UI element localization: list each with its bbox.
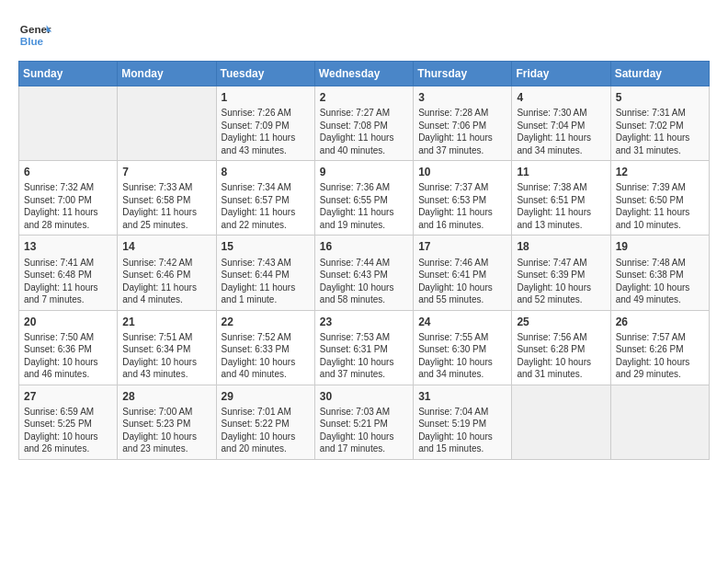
weekday-header: Wednesday [314, 62, 413, 86]
calendar-week-row: 1Sunrise: 7:26 AM Sunset: 7:09 PM Daylig… [19, 86, 710, 161]
calendar-cell: 12Sunrise: 7:39 AM Sunset: 6:50 PM Dayli… [610, 161, 709, 236]
calendar-cell: 6Sunrise: 7:32 AM Sunset: 7:00 PM Daylig… [19, 161, 118, 236]
calendar-cell: 10Sunrise: 7:37 AM Sunset: 6:53 PM Dayli… [414, 161, 512, 236]
day-number: 14 [122, 239, 210, 254]
day-number: 30 [320, 389, 408, 404]
cell-content: Sunrise: 7:01 AM Sunset: 5:22 PM Dayligh… [222, 406, 310, 455]
weekday-header: Thursday [414, 62, 512, 86]
calendar-cell: 15Sunrise: 7:43 AM Sunset: 6:44 PM Dayli… [216, 236, 314, 310]
calendar-cell [19, 86, 118, 161]
cell-content: Sunrise: 7:38 AM Sunset: 6:51 PM Dayligh… [517, 181, 605, 231]
cell-content: Sunrise: 7:31 AM Sunset: 7:02 PM Dayligh… [616, 107, 704, 156]
logo-icon: General Blue [18, 18, 51, 52]
calendar-cell: 9Sunrise: 7:36 AM Sunset: 6:55 PM Daylig… [314, 161, 413, 236]
day-number: 3 [418, 90, 506, 105]
weekday-header: Tuesday [216, 62, 314, 86]
calendar-week-row: 20Sunrise: 7:50 AM Sunset: 6:36 PM Dayli… [19, 310, 710, 385]
cell-content: Sunrise: 7:28 AM Sunset: 7:06 PM Dayligh… [418, 107, 506, 156]
calendar-cell: 5Sunrise: 7:31 AM Sunset: 7:02 PM Daylig… [610, 86, 709, 161]
day-number: 4 [517, 90, 605, 105]
calendar-cell: 11Sunrise: 7:38 AM Sunset: 6:51 PM Dayli… [512, 161, 610, 236]
page-header: General Blue [18, 18, 710, 52]
day-number: 31 [418, 389, 506, 404]
calendar-cell: 18Sunrise: 7:47 AM Sunset: 6:39 PM Dayli… [512, 236, 610, 310]
day-number: 19 [616, 239, 704, 254]
cell-content: Sunrise: 7:27 AM Sunset: 7:08 PM Dayligh… [320, 107, 408, 156]
day-number: 1 [222, 90, 310, 105]
calendar-week-row: 6Sunrise: 7:32 AM Sunset: 7:00 PM Daylig… [19, 161, 710, 236]
calendar-cell: 23Sunrise: 7:53 AM Sunset: 6:31 PM Dayli… [314, 310, 413, 385]
calendar-cell: 3Sunrise: 7:28 AM Sunset: 7:06 PM Daylig… [414, 86, 512, 161]
cell-content: Sunrise: 7:43 AM Sunset: 6:44 PM Dayligh… [222, 257, 310, 306]
day-number: 2 [320, 90, 408, 105]
calendar-cell: 29Sunrise: 7:01 AM Sunset: 5:22 PM Dayli… [216, 385, 314, 459]
calendar-table: SundayMondayTuesdayWednesdayThursdayFrid… [18, 61, 710, 460]
weekday-header: Sunday [19, 62, 118, 86]
calendar-cell: 1Sunrise: 7:26 AM Sunset: 7:09 PM Daylig… [216, 86, 314, 161]
cell-content: Sunrise: 7:37 AM Sunset: 6:53 PM Dayligh… [418, 181, 506, 231]
day-number: 29 [222, 389, 310, 404]
calendar-cell: 19Sunrise: 7:48 AM Sunset: 6:38 PM Dayli… [610, 236, 709, 310]
day-number: 23 [320, 315, 408, 329]
cell-content: Sunrise: 6:59 AM Sunset: 5:25 PM Dayligh… [24, 406, 112, 455]
day-number: 22 [222, 315, 310, 329]
calendar-cell [610, 385, 709, 459]
day-number: 12 [616, 165, 704, 179]
cell-content: Sunrise: 7:51 AM Sunset: 6:34 PM Dayligh… [122, 331, 210, 381]
day-number: 10 [418, 165, 506, 179]
day-number: 11 [517, 165, 605, 179]
day-number: 24 [418, 315, 506, 329]
cell-content: Sunrise: 7:03 AM Sunset: 5:21 PM Dayligh… [320, 406, 408, 455]
weekday-header: Friday [512, 62, 610, 86]
calendar-cell: 16Sunrise: 7:44 AM Sunset: 6:43 PM Dayli… [314, 236, 413, 310]
calendar-cell: 13Sunrise: 7:41 AM Sunset: 6:48 PM Dayli… [19, 236, 118, 310]
calendar-header: SundayMondayTuesdayWednesdayThursdayFrid… [19, 62, 710, 86]
weekday-header: Saturday [610, 62, 709, 86]
weekday-header: Monday [118, 62, 216, 86]
cell-content: Sunrise: 7:53 AM Sunset: 6:31 PM Dayligh… [320, 331, 408, 381]
day-number: 26 [616, 315, 704, 329]
day-number: 5 [616, 90, 704, 105]
calendar-cell: 31Sunrise: 7:04 AM Sunset: 5:19 PM Dayli… [414, 385, 512, 459]
day-number: 21 [122, 315, 210, 329]
calendar-week-row: 27Sunrise: 6:59 AM Sunset: 5:25 PM Dayli… [19, 385, 710, 459]
cell-content: Sunrise: 7:34 AM Sunset: 6:57 PM Dayligh… [222, 181, 310, 231]
cell-content: Sunrise: 7:33 AM Sunset: 6:58 PM Dayligh… [122, 181, 210, 231]
calendar-cell: 24Sunrise: 7:55 AM Sunset: 6:30 PM Dayli… [414, 310, 512, 385]
cell-content: Sunrise: 7:30 AM Sunset: 7:04 PM Dayligh… [517, 107, 605, 156]
cell-content: Sunrise: 7:36 AM Sunset: 6:55 PM Dayligh… [320, 181, 408, 231]
calendar-cell: 22Sunrise: 7:52 AM Sunset: 6:33 PM Dayli… [216, 310, 314, 385]
day-number: 18 [517, 239, 605, 254]
cell-content: Sunrise: 7:39 AM Sunset: 6:50 PM Dayligh… [616, 181, 704, 231]
day-number: 16 [320, 239, 408, 254]
cell-content: Sunrise: 7:46 AM Sunset: 6:41 PM Dayligh… [418, 257, 506, 306]
day-number: 25 [517, 315, 605, 329]
cell-content: Sunrise: 7:56 AM Sunset: 6:28 PM Dayligh… [517, 331, 605, 381]
svg-text:Blue: Blue [20, 35, 44, 47]
cell-content: Sunrise: 7:55 AM Sunset: 6:30 PM Dayligh… [418, 331, 506, 381]
day-number: 28 [122, 389, 210, 404]
calendar-cell: 14Sunrise: 7:42 AM Sunset: 6:46 PM Dayli… [118, 236, 216, 310]
cell-content: Sunrise: 7:52 AM Sunset: 6:33 PM Dayligh… [222, 331, 310, 381]
calendar-cell: 27Sunrise: 6:59 AM Sunset: 5:25 PM Dayli… [19, 385, 118, 459]
cell-content: Sunrise: 7:04 AM Sunset: 5:19 PM Dayligh… [418, 406, 506, 455]
day-number: 7 [122, 165, 210, 179]
logo: General Blue [18, 18, 51, 52]
calendar-cell: 17Sunrise: 7:46 AM Sunset: 6:41 PM Dayli… [414, 236, 512, 310]
calendar-cell [118, 86, 216, 161]
cell-content: Sunrise: 7:42 AM Sunset: 6:46 PM Dayligh… [122, 257, 210, 306]
day-number: 9 [320, 165, 408, 179]
day-number: 15 [222, 239, 310, 254]
cell-content: Sunrise: 7:50 AM Sunset: 6:36 PM Dayligh… [24, 331, 112, 381]
calendar-week-row: 13Sunrise: 7:41 AM Sunset: 6:48 PM Dayli… [19, 236, 710, 310]
calendar-cell: 7Sunrise: 7:33 AM Sunset: 6:58 PM Daylig… [118, 161, 216, 236]
cell-content: Sunrise: 7:41 AM Sunset: 6:48 PM Dayligh… [24, 257, 112, 306]
calendar-cell: 30Sunrise: 7:03 AM Sunset: 5:21 PM Dayli… [314, 385, 413, 459]
calendar-cell: 2Sunrise: 7:27 AM Sunset: 7:08 PM Daylig… [314, 86, 413, 161]
calendar-cell: 21Sunrise: 7:51 AM Sunset: 6:34 PM Dayli… [118, 310, 216, 385]
day-number: 13 [24, 239, 112, 254]
cell-content: Sunrise: 7:26 AM Sunset: 7:09 PM Dayligh… [222, 107, 310, 156]
calendar-cell: 4Sunrise: 7:30 AM Sunset: 7:04 PM Daylig… [512, 86, 610, 161]
calendar-cell: 8Sunrise: 7:34 AM Sunset: 6:57 PM Daylig… [216, 161, 314, 236]
calendar-cell: 25Sunrise: 7:56 AM Sunset: 6:28 PM Dayli… [512, 310, 610, 385]
